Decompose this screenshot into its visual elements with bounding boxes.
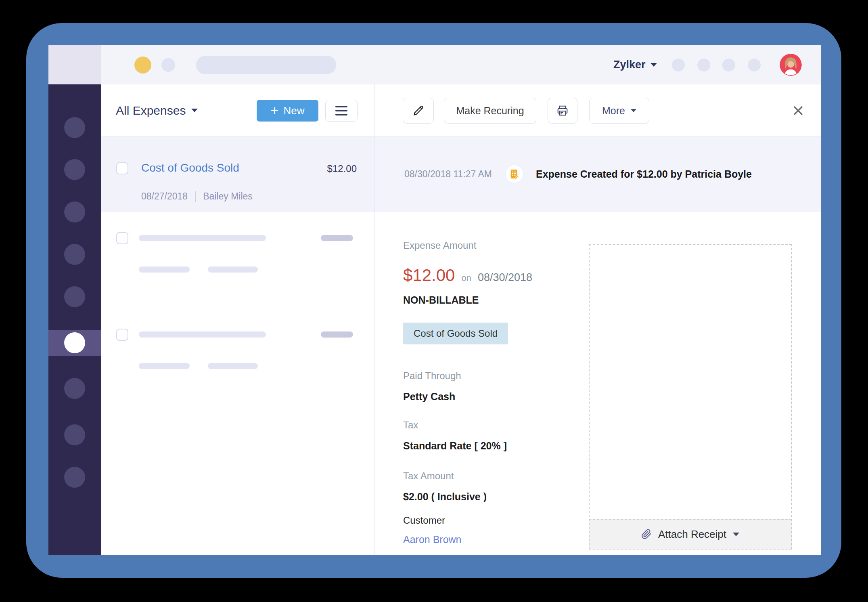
history-event-text: Expense Created for $12.00 by Patricia B… — [536, 168, 752, 180]
window-dot-yellow-icon — [134, 57, 151, 73]
placeholder-bar — [321, 331, 353, 338]
placeholder-bar — [208, 363, 258, 369]
row-checkbox[interactable] — [116, 329, 128, 341]
search-input[interactable] — [196, 56, 336, 74]
sidebar-item[interactable] — [64, 424, 85, 445]
placeholder-bar — [139, 266, 190, 273]
topbar-icon-placeholder[interactable] — [722, 59, 735, 71]
list-view-menu-button[interactable] — [325, 100, 358, 122]
detail-toolbar: Make Recuring More — [375, 84, 821, 136]
expenses-list-panel: All Expenses + New C — [101, 84, 375, 555]
sidebar-nav — [48, 84, 101, 555]
list-toolbar: All Expenses + New — [101, 84, 374, 136]
printer-icon — [556, 105, 569, 117]
tax-label: Tax — [403, 420, 418, 431]
topbar-icon-placeholder[interactable] — [697, 59, 710, 71]
expense-amount-label: Expense Amount — [403, 240, 476, 251]
make-recurring-button[interactable]: Make Recuring — [444, 98, 536, 124]
expense-row-subtext: 08/27/2018 Bailey Miles — [141, 191, 253, 202]
expense-title-link[interactable]: Cost of Goods Sold — [141, 162, 239, 174]
sidebar-item[interactable] — [64, 244, 85, 265]
topbar-sidebar-block — [48, 45, 101, 84]
main-content: All Expenses + New C — [48, 84, 821, 555]
close-detail-button[interactable] — [791, 104, 805, 117]
make-recurring-label: Make Recuring — [456, 105, 524, 117]
placeholder-bar — [321, 235, 353, 241]
placeholder-bar — [139, 235, 266, 241]
placeholder-bar — [139, 331, 266, 338]
amount-conjunction: on — [461, 273, 471, 283]
row-checkbox[interactable] — [116, 162, 128, 174]
window-dot-grey-icon — [161, 58, 175, 72]
expense-amount: $12.00 — [327, 163, 357, 174]
billable-status: NON-BILLABLE — [403, 294, 479, 306]
pencil-icon — [412, 105, 425, 117]
history-strip: 08/30/2018 11:27 AM Expense Created for … — [375, 136, 821, 212]
divider — [195, 191, 196, 202]
sidebar-item[interactable] — [64, 159, 85, 180]
expense-amount-value: $12.00 — [403, 266, 455, 285]
more-button[interactable]: More — [589, 98, 649, 124]
tax-value: Standard Rate [ 20% ] — [403, 440, 507, 452]
topbar-icon-placeholder[interactable] — [748, 59, 761, 71]
new-expense-button[interactable]: + New — [257, 100, 318, 122]
sidebar-item-expenses-active[interactable] — [48, 330, 101, 356]
more-label: More — [602, 105, 625, 117]
paid-through-label: Paid Through — [403, 370, 461, 382]
chevron-down-icon — [733, 533, 739, 536]
receipt-dropzone: Attach Receipt — [589, 244, 792, 550]
tax-amount-value: $2.00 ( Inclusive ) — [403, 491, 487, 503]
sidebar-item-expenses-icon — [64, 332, 85, 353]
org-switcher[interactable]: Zylker — [613, 45, 657, 84]
new-button-label: New — [283, 105, 304, 117]
print-button[interactable] — [548, 98, 577, 124]
paperclip-icon — [641, 529, 652, 539]
sidebar-item[interactable] — [64, 117, 85, 138]
expense-list-item-selected[interactable]: Cost of Goods Sold $12.00 08/27/2018 Bai… — [101, 136, 374, 212]
expense-date: 08/27/2018 — [141, 191, 188, 202]
expense-list-item-placeholder — [101, 325, 374, 390]
tax-amount-label: Tax Amount — [403, 470, 454, 482]
placeholder-bar — [139, 363, 190, 369]
sidebar-item[interactable] — [64, 467, 85, 488]
org-name: Zylker — [613, 59, 646, 71]
hamburger-icon — [335, 106, 347, 107]
placeholder-bar — [208, 266, 258, 273]
expense-list-item-placeholder — [101, 229, 374, 294]
chevron-down-icon — [650, 63, 657, 67]
sidebar-item[interactable] — [64, 378, 85, 399]
device-frame: Zylker — [26, 23, 841, 578]
row-checkbox[interactable] — [116, 232, 128, 244]
category-tag: Cost of Goods Sold — [403, 323, 508, 344]
sidebar-item[interactable] — [64, 201, 85, 222]
expenses-filter-label: All Expenses — [116, 104, 186, 117]
history-timestamp: 08/30/2018 11:27 AM — [404, 169, 505, 180]
chevron-down-icon — [191, 109, 198, 112]
sidebar-item[interactable] — [64, 286, 85, 307]
user-avatar[interactable] — [780, 54, 802, 76]
paid-through-value: Petty Cash — [403, 391, 455, 403]
expenses-filter-dropdown[interactable]: All Expenses — [116, 84, 198, 136]
customer-link[interactable]: Aaron Brown — [403, 534, 462, 545]
expense-submitter: Bailey Miles — [203, 191, 253, 202]
attach-receipt-button[interactable]: Attach Receipt — [589, 519, 792, 550]
edit-button[interactable] — [403, 98, 434, 124]
customer-label: Customer — [403, 515, 445, 526]
topbar-icon-placeholder[interactable] — [672, 59, 685, 71]
expense-date-value: 08/30/2018 — [478, 271, 532, 284]
attach-receipt-label: Attach Receipt — [658, 528, 726, 541]
expense-detail-panel: Make Recuring More 08/30/2018 — [375, 84, 821, 555]
close-icon — [791, 104, 805, 117]
chevron-down-icon — [631, 109, 636, 112]
app-window: Zylker — [48, 45, 821, 555]
history-entry: 08/30/2018 11:27 AM Expense Created for … — [404, 136, 752, 212]
expense-amount-row: $12.00 on 08/30/2018 — [403, 266, 532, 285]
expense-created-icon — [505, 165, 524, 183]
topbar: Zylker — [48, 45, 821, 84]
